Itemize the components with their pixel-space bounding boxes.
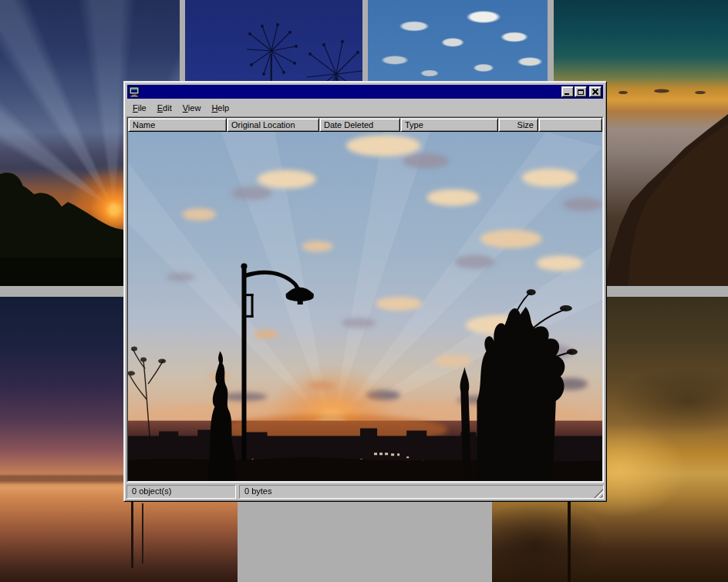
wooden-pole-graphic — [142, 503, 143, 563]
menu-help[interactable]: Help — [206, 101, 234, 115]
column-header-size[interactable]: Size — [498, 118, 538, 132]
wooden-pole-graphic — [131, 499, 133, 568]
column-header-type[interactable]: Type — [400, 118, 498, 132]
minimize-icon — [565, 93, 569, 95]
close-button[interactable] — [589, 86, 602, 97]
photo-tile-water-reflection — [245, 511, 486, 582]
column-header-date-deleted[interactable]: Date Deleted — [319, 118, 400, 132]
column-header-row: Name Original Location Date Deleted Type… — [128, 118, 602, 132]
menu-file[interactable]: File — [127, 101, 152, 115]
listview[interactable]: Name Original Location Date Deleted Type… — [127, 117, 603, 482]
listview-border: Name Original Location Date Deleted Type… — [126, 116, 604, 483]
window-titlebar[interactable] — [127, 85, 603, 99]
computer-icon — [129, 86, 140, 97]
menu-bar: File Edit View Help — [126, 99, 604, 116]
status-bar: 0 object(s) 0 bytes — [126, 485, 604, 499]
list-content-area[interactable] — [128, 132, 602, 481]
close-icon — [592, 89, 598, 95]
maximize-button[interactable] — [575, 86, 587, 97]
column-header-name[interactable]: Name — [128, 118, 227, 132]
status-objects: 0 object(s) — [126, 485, 236, 499]
recycle-bin-window: File Edit View Help Name Original Locati… — [123, 81, 607, 502]
minimize-button[interactable] — [561, 86, 574, 97]
menu-view[interactable]: View — [177, 101, 207, 115]
sunset-lamp-photo — [128, 132, 602, 481]
column-header-filler — [538, 118, 602, 132]
menu-edit[interactable]: Edit — [152, 101, 177, 115]
lamp-post-graphic — [568, 496, 571, 582]
status-bytes: 0 bytes — [239, 485, 604, 499]
maximize-icon — [578, 89, 584, 95]
desktop: { "desktop": { "background_color": "#aea… — [0, 0, 728, 582]
column-header-original-location[interactable]: Original Location — [227, 118, 319, 132]
